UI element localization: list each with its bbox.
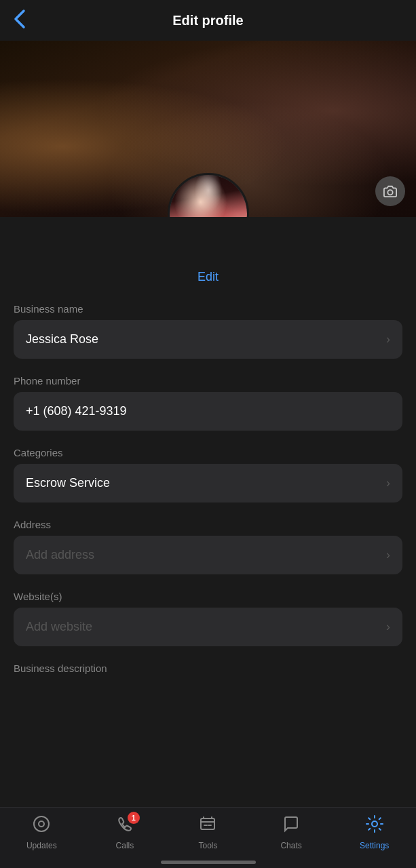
nav-item-chats[interactable]: Chats [264,814,318,850]
categories-label: Categories [14,447,402,458]
back-button[interactable] [14,9,26,32]
edit-profile-link[interactable]: Edit [197,270,219,283]
phone-number-value: +1 (608) 421-9319 [26,404,127,418]
svg-point-2 [39,821,44,827]
chevron-right-icon: › [386,620,390,634]
chevron-right-icon: › [386,548,390,562]
categories-value: Escrow Service [26,476,110,490]
categories-section: Categories Escrow Service › [0,447,416,502]
phone-number-section: Phone number +1 (608) 421-9319 [0,375,416,431]
business-name-value: Jessica Rose [26,332,98,347]
chats-icon [282,814,301,838]
svg-point-4 [372,821,377,827]
tools-label: Tools [198,841,217,850]
business-name-label: Business name [14,303,402,315]
page-title: Edit profile [172,13,243,28]
nav-item-calls[interactable]: 1 Calls [98,814,152,850]
chats-label: Chats [280,841,301,850]
phone-number-field[interactable]: +1 (608) 421-9319 [14,392,402,431]
calls-label: Calls [116,841,134,850]
address-label: Address [14,519,402,530]
nav-item-settings[interactable]: Settings [347,814,402,850]
settings-label: Settings [360,841,389,850]
header: Edit profile [0,0,416,41]
chevron-right-icon: › [386,332,390,347]
svg-point-0 [387,190,392,195]
websites-field[interactable]: Add website › [14,608,402,646]
phone-number-label: Phone number [14,375,402,387]
bottom-nav: Updates 1 Calls Tools Chats [0,807,416,868]
business-name-field[interactable]: Jessica Rose › [14,320,402,359]
calls-badge: 1 [128,812,140,824]
websites-placeholder: Add website [26,620,92,634]
nav-item-updates[interactable]: Updates [14,814,69,850]
chevron-right-icon: › [386,476,390,490]
business-description-section: Business description [0,663,416,674]
updates-icon [32,814,51,838]
updates-label: Updates [26,841,57,850]
calls-icon: 1 [115,814,134,838]
tools-icon [198,814,217,838]
settings-icon [365,814,384,838]
svg-rect-3 [201,818,214,829]
address-field[interactable]: Add address › [14,536,402,574]
websites-section: Website(s) Add website › [0,591,416,646]
svg-point-1 [34,816,49,831]
edit-link-area: Edit [0,264,416,290]
categories-field[interactable]: Escrow Service › [14,464,402,502]
nav-item-tools[interactable]: Tools [181,814,235,850]
business-name-section: Business name Jessica Rose › [0,303,416,359]
home-indicator [161,861,256,864]
address-section: Address Add address › [0,519,416,574]
address-placeholder: Add address [26,548,94,562]
business-description-label: Business description [14,663,402,674]
cover-photo[interactable] [0,41,416,217]
camera-icon[interactable] [375,176,405,206]
websites-label: Website(s) [14,591,402,602]
